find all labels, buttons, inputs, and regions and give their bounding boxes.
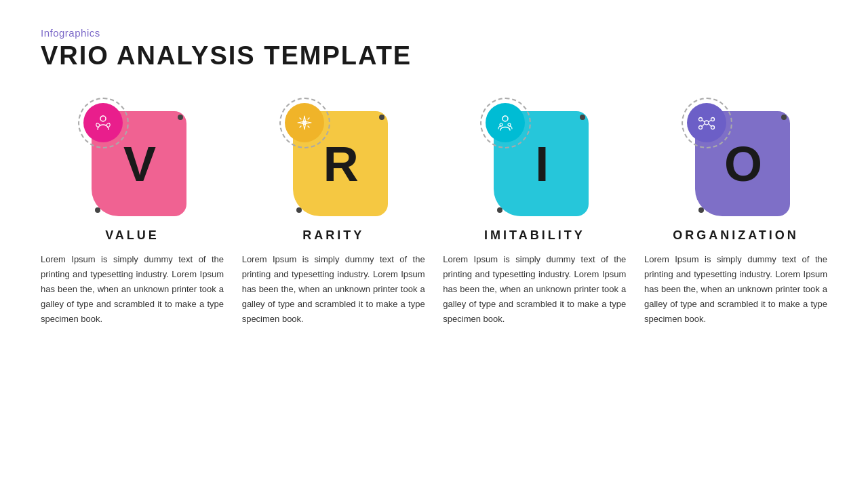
decoration-dot xyxy=(698,207,704,213)
card-imitability-icon-wrapper xyxy=(480,98,531,148)
card-rarity-text: Lorem Ipsum is simply dummy text of the … xyxy=(242,252,425,327)
svg-line-10 xyxy=(702,120,705,121)
decoration-dot xyxy=(580,115,585,120)
card-rarity-graphic: R xyxy=(279,98,388,216)
cards-container: V VALUE Lorem xyxy=(41,98,827,468)
decoration-dot xyxy=(379,115,384,120)
category-label: Infographics xyxy=(41,27,827,39)
svg-line-11 xyxy=(709,120,711,121)
card-rarity-icon-bg xyxy=(285,103,324,142)
sparkle-icon xyxy=(294,113,315,133)
svg-point-8 xyxy=(698,126,702,129)
svg-point-6 xyxy=(698,118,702,121)
person-icon xyxy=(495,113,515,133)
page-title: VRIO ANALYSIS TEMPLATE xyxy=(41,41,827,70)
card-value-graphic: V xyxy=(78,98,186,216)
card-organization-icon-bg xyxy=(687,103,726,142)
svg-point-2 xyxy=(502,116,508,121)
card-value-text: Lorem Ipsum is simply dummy text of the … xyxy=(41,252,224,327)
header: Infographics VRIO ANALYSIS TEMPLATE xyxy=(41,27,827,70)
svg-point-3 xyxy=(500,123,502,126)
card-imitability: I xyxy=(443,98,626,327)
card-organization-title: ORGANIZATION xyxy=(673,228,799,243)
svg-line-12 xyxy=(702,123,705,126)
svg-line-13 xyxy=(709,123,711,126)
card-organization-icon-wrapper xyxy=(682,98,732,148)
card-rarity: R xyxy=(242,98,425,327)
svg-point-4 xyxy=(508,123,511,126)
svg-point-9 xyxy=(711,126,714,129)
network-icon xyxy=(696,113,717,133)
card-imitability-title: IMITABILITY xyxy=(484,228,585,243)
decoration-dot xyxy=(178,115,183,120)
svg-point-7 xyxy=(711,118,714,121)
card-organization-text: Lorem Ipsum is simply dummy text of the … xyxy=(644,252,827,327)
page: Infographics VRIO ANALYSIS TEMPLATE V xyxy=(0,0,868,488)
svg-point-0 xyxy=(100,116,106,121)
card-value-title: VALUE xyxy=(105,228,159,243)
people-hands-icon xyxy=(93,113,113,133)
card-imitability-icon-bg xyxy=(486,103,525,142)
svg-point-5 xyxy=(705,121,709,125)
decoration-dot xyxy=(95,207,100,213)
card-value-icon-bg xyxy=(83,103,123,142)
card-organization-graphic: O xyxy=(682,98,790,216)
card-imitability-graphic: I xyxy=(480,98,589,216)
card-imitability-letter: I xyxy=(535,136,547,192)
card-rarity-icon-wrapper xyxy=(279,98,330,148)
card-imitability-text: Lorem Ipsum is simply dummy text of the … xyxy=(443,252,626,327)
card-rarity-title: RARITY xyxy=(302,228,364,243)
card-value: V VALUE Lorem xyxy=(41,98,224,327)
card-organization: O xyxy=(644,98,827,327)
card-value-icon-wrapper xyxy=(78,98,129,148)
decoration-dot xyxy=(781,115,787,120)
decoration-dot xyxy=(497,207,502,213)
decoration-dot xyxy=(296,207,302,213)
